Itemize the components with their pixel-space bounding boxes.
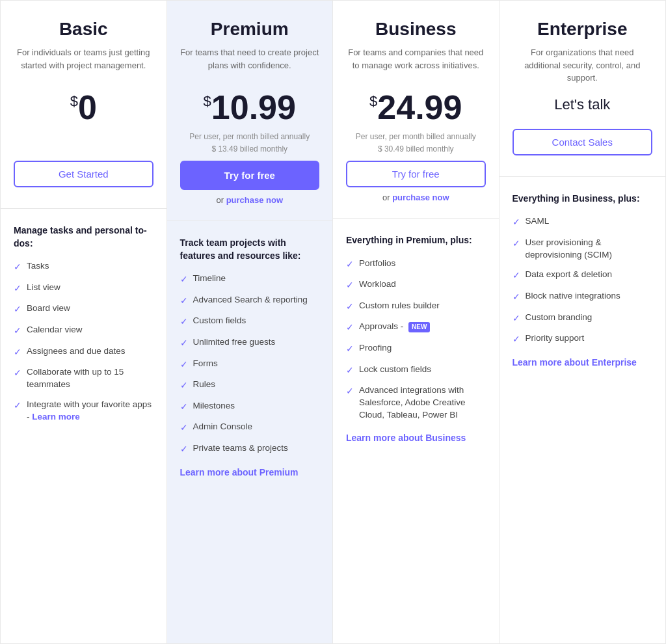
price-main-business: $24.99: [346, 90, 486, 124]
feature-text: Rules: [193, 379, 216, 391]
new-badge: NEW: [408, 322, 430, 332]
cta-button-enterprise[interactable]: Contact Sales: [513, 129, 653, 155]
pricing-table: BasicFor individuals or teams just getti…: [0, 0, 666, 644]
check-icon: ✓: [346, 301, 354, 314]
feature-text: Data export & deletion: [526, 269, 613, 281]
plan-desc-enterprise: For organizations that need additional s…: [513, 46, 653, 85]
check-icon: ✓: [346, 364, 354, 377]
feature-text: Advanced Search & reporting: [193, 294, 308, 306]
check-icon: ✓: [180, 295, 188, 308]
check-icon: ✓: [513, 333, 520, 346]
currency-premium: $: [204, 94, 211, 109]
list-item: ✓User provisioning & deprovisioning (SCI…: [513, 237, 653, 262]
plan-features-basic: Manage tasks and personal to-dos:✓Tasks✓…: [1, 209, 166, 643]
plan-column-premium: PremiumFor teams that need to create pro…: [167, 1, 334, 643]
check-icon: ✓: [513, 312, 520, 325]
plan-name-enterprise: Enterprise: [513, 19, 653, 40]
plan-features-business: Everything in Premium, plus:✓Portfolios✓…: [333, 219, 499, 643]
list-item: ✓Calendar view: [14, 324, 153, 338]
feature-text: Timeline: [193, 273, 226, 285]
plan-name-business: Business: [346, 19, 486, 40]
feature-text: Integrate with your favorite apps - Lear…: [27, 399, 153, 423]
check-icon: ✓: [180, 422, 188, 435]
check-icon: ✓: [180, 379, 188, 392]
list-item: ✓Block native integrations: [513, 290, 653, 304]
cta-button-basic[interactable]: Get Started: [14, 161, 153, 187]
check-icon: ✓: [513, 291, 520, 304]
check-icon: ✓: [180, 315, 188, 329]
plan-name-basic: Basic: [14, 19, 153, 40]
feature-list-premium: ✓Timeline✓Advanced Search & reporting✓Cu…: [180, 273, 320, 455]
list-item: ✓Collaborate with up to 15 teammates: [14, 366, 153, 391]
feature-text: Proofing: [359, 342, 392, 355]
learn-more-block-premium: Learn more about Premium: [180, 466, 320, 479]
plan-column-business: BusinessFor teams and companies that nee…: [333, 1, 500, 643]
learn-more-link-enterprise[interactable]: Learn more about Enterprise: [513, 356, 653, 369]
check-icon: ✓: [346, 385, 354, 398]
learn-more-link-premium[interactable]: Learn more about Premium: [180, 466, 320, 479]
inline-learn-more-link[interactable]: Learn more: [32, 412, 80, 422]
currency-basic: $: [70, 94, 78, 109]
features-heading-business: Everything in Premium, plus:: [346, 234, 486, 247]
purchase-now-link-premium[interactable]: purchase now: [226, 195, 283, 205]
list-item: ✓Advanced integrations with Salesforce, …: [346, 384, 486, 422]
feature-text: Forms: [193, 358, 218, 370]
list-item: ✓Milestones: [180, 400, 320, 414]
list-item: ✓Portfolios: [346, 258, 486, 271]
feature-list-enterprise: ✓SAML✓User provisioning & deprovisioning…: [513, 215, 653, 346]
feature-text: Advanced integrations with Salesforce, A…: [359, 384, 486, 422]
price-block-basic: $0: [14, 90, 153, 124]
plan-column-basic: BasicFor individuals or teams just getti…: [1, 1, 167, 643]
check-icon: ✓: [180, 358, 188, 371]
check-icon: ✓: [180, 443, 188, 456]
check-icon: ✓: [346, 321, 354, 334]
plan-desc-business: For teams and companies that need to man…: [346, 46, 486, 79]
feature-text: Board view: [27, 302, 70, 315]
price-main-premium: $10.99: [180, 90, 320, 124]
plan-desc-premium: For teams that need to create project pl…: [180, 46, 320, 79]
list-item: ✓Custom fields: [180, 315, 320, 329]
list-item: ✓Proofing: [346, 342, 486, 356]
list-item: ✓Advanced Search & reporting: [180, 294, 320, 308]
check-icon: ✓: [14, 261, 21, 274]
plan-header-business: BusinessFor teams and companies that nee…: [333, 1, 499, 219]
list-item: ✓Timeline: [180, 273, 320, 286]
feature-text: Assignees and due dates: [27, 345, 126, 358]
list-item: ✓Tasks: [14, 260, 153, 274]
check-icon: ✓: [14, 303, 21, 316]
lets-talk-enterprise: Let's talk: [513, 96, 653, 113]
list-item: ✓Assignees and due dates: [14, 345, 153, 359]
feature-text: Priority support: [526, 332, 585, 345]
list-item: ✓SAML: [513, 215, 653, 229]
feature-text: Block native integrations: [526, 290, 620, 302]
list-item: ✓Custom branding: [513, 312, 653, 325]
purchase-now-link-business[interactable]: purchase now: [392, 193, 449, 202]
purchase-link-business: or purchase now: [346, 193, 486, 202]
cta-button-premium[interactable]: Try for free: [180, 161, 320, 190]
feature-text: Tasks: [27, 260, 49, 273]
cta-button-business[interactable]: Try for free: [346, 161, 486, 187]
list-item: ✓Lock custom fields: [346, 364, 486, 377]
plan-column-enterprise: EnterpriseFor organizations that need ad…: [500, 1, 666, 643]
check-icon: ✓: [14, 367, 21, 380]
check-icon: ✓: [513, 269, 520, 282]
feature-text: Milestones: [193, 400, 235, 412]
price-block-business: $24.99: [346, 90, 486, 124]
learn-more-link-business[interactable]: Learn more about Business: [346, 432, 486, 445]
list-item: ✓Workload: [346, 278, 486, 292]
plan-features-premium: Track team projects with features and re…: [167, 221, 333, 643]
check-icon: ✓: [346, 279, 354, 292]
list-item: ✓List view: [14, 282, 153, 295]
price-main-basic: $0: [14, 90, 153, 124]
feature-text: Portfolios: [359, 258, 395, 270]
currency-business: $: [369, 94, 377, 109]
price-block-premium: $10.99: [180, 90, 320, 124]
list-item: ✓Private teams & projects: [180, 442, 320, 456]
plan-desc-basic: For individuals or teams just getting st…: [14, 46, 153, 79]
list-item: ✓Forms: [180, 358, 320, 371]
feature-text: List view: [27, 282, 60, 294]
learn-more-block-business: Learn more about Business: [346, 432, 486, 445]
check-icon: ✓: [14, 399, 21, 412]
check-icon: ✓: [346, 258, 354, 271]
feature-text: Custom fields: [193, 315, 246, 327]
